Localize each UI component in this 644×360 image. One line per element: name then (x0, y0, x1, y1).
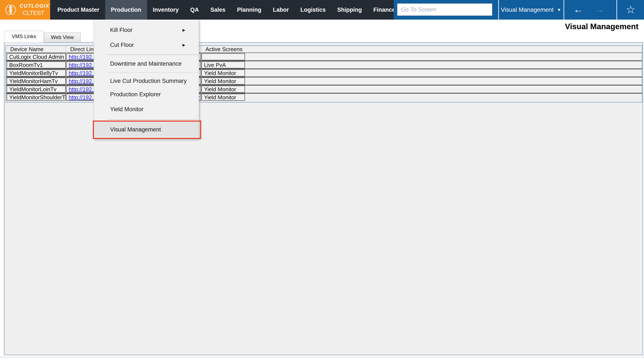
submenu-arrow-icon: ▶ (182, 28, 185, 32)
tab-web-view[interactable]: Web View (44, 32, 81, 42)
brand-name: CUTLOGIX (20, 3, 47, 9)
menu-item-label: Visual Management (110, 126, 161, 133)
forward-arrow-icon: → (590, 0, 609, 19)
column-header-active-screens: Active Screens (201, 46, 642, 53)
menu-item-label: Live Cut Production Summary (110, 78, 187, 84)
topbar-divider (616, 0, 617, 19)
tab-vms-links[interactable]: VMS Links (4, 31, 44, 43)
menu-item-label: Kill Floor (110, 27, 132, 33)
menu-separator (107, 54, 198, 55)
menu-item-label: Cut Floor (110, 42, 134, 48)
nav-item-planning[interactable]: Planning (231, 0, 267, 19)
menu-separator (107, 72, 198, 73)
go-to-screen-input[interactable] (397, 3, 492, 16)
menu-item-cut-floor[interactable]: Cut Floor ▶ (94, 37, 199, 52)
submenu-arrow-icon: ▶ (182, 43, 185, 47)
device-name-cell: YieldMonitorHamTv (6, 78, 66, 85)
menu-item-kill-floor[interactable]: Kill Floor ▶ (94, 22, 199, 37)
screen-selector-label: Visual Management (501, 6, 554, 13)
cutlogix-brain-icon (5, 4, 17, 16)
top-navigation-bar: CUTLOGIX CLTEST Product Master Productio… (0, 0, 644, 19)
chevron-down-icon: ▼ (557, 7, 561, 12)
nav-item-product-master[interactable]: Product Master (52, 0, 105, 19)
active-screens-cell: Yield Monitor (202, 94, 245, 101)
screen-selector-dropdown[interactable]: Visual Management ▼ (499, 0, 563, 19)
brand-environment: CLTEST (20, 10, 47, 16)
menu-item-label: Downtime and Maintenance (110, 60, 182, 67)
column-header-device-name: Device Name (6, 46, 66, 53)
bottom-divider-line (0, 357, 644, 358)
device-name-cell: CutLogix Cloud Admin (6, 53, 66, 60)
nav-item-sales[interactable]: Sales (205, 0, 231, 19)
active-screens-cell: Yield Monitor (202, 78, 245, 85)
menu-item-live-cut-production-summary[interactable]: Live Cut Production Summary (94, 75, 199, 87)
nav-item-logistics[interactable]: Logistics (295, 0, 332, 19)
device-name-cell: BoxRoomTv1 (6, 61, 66, 68)
nav-item-inventory[interactable]: Inventory (147, 0, 184, 19)
nav-item-shipping[interactable]: Shipping (332, 0, 368, 19)
menu-item-label: Yield Monitor (110, 106, 144, 113)
page-title: Visual Management (565, 22, 638, 31)
back-arrow-icon[interactable]: ← (569, 0, 588, 19)
menu-item-visual-management[interactable]: Visual Management (94, 122, 199, 137)
topbar-divider (564, 0, 564, 19)
nav-item-labor[interactable]: Labor (267, 0, 295, 19)
device-name-cell: YieldMonitorLoinTv (6, 86, 66, 93)
menu-item-downtime-and-maintenance[interactable]: Downtime and Maintenance (94, 58, 199, 70)
menu-item-yield-monitor[interactable]: Yield Monitor (94, 102, 199, 117)
active-screens-cell: Yield Monitor (202, 69, 245, 76)
favorite-star-icon[interactable]: ☆ (617, 0, 644, 19)
device-name-cell: YieldMonitorShoulderTv (6, 94, 66, 101)
active-screens-cell (202, 53, 245, 60)
menu-separator (107, 119, 198, 120)
brand-logo: CUTLOGIX CLTEST (0, 0, 50, 19)
active-screens-cell: Yield Monitor (202, 86, 245, 93)
nav-item-production[interactable]: Production (105, 0, 147, 19)
active-screens-cell: Live PvA (202, 61, 245, 68)
topbar-right-section: Visual Management ▼ ← → ☆ (394, 0, 644, 19)
device-name-cell: YieldMonitorBellyTv (6, 69, 66, 76)
menu-item-label: Production Explorer (110, 91, 161, 98)
production-dropdown-menu: Kill Floor ▶ Cut Floor ▶ Downtime and Ma… (94, 19, 199, 139)
menu-item-production-explorer[interactable]: Production Explorer (94, 87, 199, 102)
nav-item-qa[interactable]: QA (184, 0, 205, 19)
